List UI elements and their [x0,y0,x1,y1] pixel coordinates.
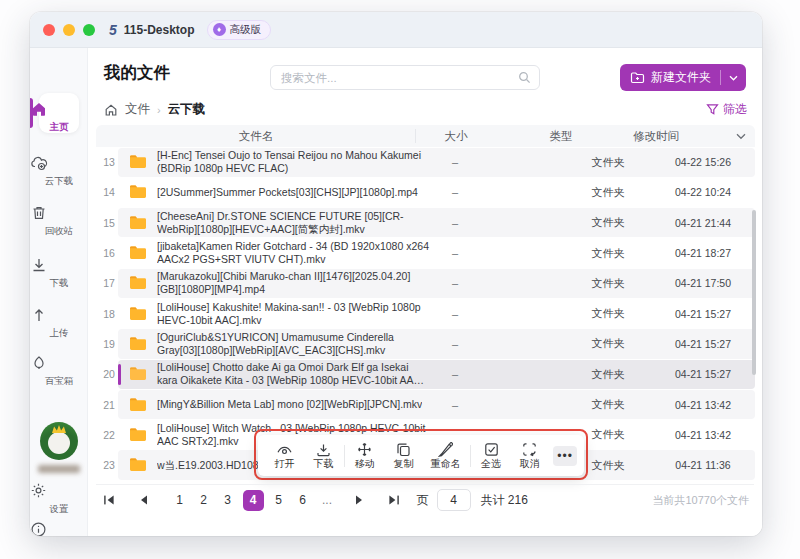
download-button[interactable]: 下载 [304,438,343,474]
file-size: – [415,148,495,177]
username-redacted [38,465,80,473]
more-actions-button[interactable]: ••• [553,446,577,466]
copy-button[interactable]: 复制 [384,438,423,474]
page-number[interactable]: 6 [294,490,312,511]
file-size: – [415,360,495,389]
app-title: 115-Desktop [124,23,195,37]
sidebar-item-home[interactable]: 主页 [30,100,88,134]
page-number[interactable]: 5 [270,490,288,511]
sidebar-item-cloud-download[interactable]: 云下载 [30,154,88,188]
table-row[interactable]: 16 [jibaketa]Kamen Rider Gotchard - 34 (… [96,238,755,268]
file-type: 文件夹 [568,269,648,298]
table-row[interactable]: 14 [2USummer]Summer Pockets[03][CHS][JP]… [96,177,755,207]
table-row[interactable]: 13 [H-Enc] Tensei Oujo to Tensai Reijou … [96,147,755,177]
column-header-name[interactable]: 文件名 [156,125,356,147]
sidebar-item-download[interactable]: 下载 [30,256,88,290]
folder-icon [129,275,146,290]
column-settings-chevron-icon[interactable] [733,125,749,140]
folder-icon [129,336,146,351]
rename-button[interactable]: 重命名 [423,438,469,474]
floating-action-bar: 打开 下载 [258,435,584,476]
toolbox-icon [30,354,88,372]
window-zoom-button[interactable] [83,24,95,36]
column-header-type[interactable]: 类型 [521,125,601,147]
table-row[interactable]: 21 [MingY&Billion Meta Lab] mono [02][We… [96,389,755,419]
table-row[interactable]: 18 [LoliHouse] Kakushite! Makina-san!! -… [96,298,755,328]
sidebar-item-label: 设置 [30,503,88,516]
folder-icon [129,245,146,260]
sidebar: 主页 云下载 回收站 [30,48,88,536]
file-name: [LoliHouse] Kakushite! Makina-san!! - 03… [157,301,431,327]
avatar-figure [48,432,70,454]
file-modified: 04-21 15:27 [651,299,755,328]
page-number[interactable]: 3 [219,490,237,511]
file-type: 文件夹 [568,360,648,389]
cloud-download-icon [30,154,88,172]
file-name: [CheeseAni] Dr.STONE SCIENCE FUTURE [05]… [157,210,431,236]
search-input[interactable] [281,72,518,84]
scrollbar-thumb[interactable] [752,210,756,375]
page-number[interactable]: 2 [195,490,213,511]
file-name: [MingY&Billion Meta Lab] mono [02][WebRi… [157,398,422,411]
table-row-selected[interactable]: 20 [LoliHouse] Chotto dake Ai ga Omoi Da… [96,359,755,389]
annotation-highlight-box: 打开 下载 [254,429,588,480]
move-button[interactable]: 移动 [345,438,384,474]
table-row[interactable]: 19 [OguriClub&S1YURICON] Umamusume Cinde… [96,329,755,359]
table-header: 文件名 大小 类型 修改时间 [96,125,755,147]
deselect-button[interactable]: 取消 [510,438,549,474]
sidebar-item-about[interactable]: 关于 [30,521,88,536]
file-size: – [415,208,495,237]
next-page-button[interactable] [350,490,368,511]
pencil-icon [438,442,453,457]
avatar[interactable] [40,422,78,460]
folder-icon [129,457,146,472]
first-page-button[interactable] [100,490,118,511]
window-close-button[interactable] [43,24,55,36]
table-row[interactable]: 15 [CheeseAni] Dr.STONE SCIENCE FUTURE [… [96,208,755,238]
sidebar-item-settings[interactable]: 设置 [30,482,88,516]
file-type: 文件夹 [568,299,648,328]
page-number[interactable]: 1 [171,490,189,511]
page-number-active[interactable]: 4 [243,490,264,511]
column-header-size[interactable]: 大小 [416,125,496,147]
file-name: [jibaketa]Kamen Rider Gotchard - 34 (BD … [157,240,431,266]
file-size: – [415,299,495,328]
page-input[interactable] [437,489,471,511]
file-name: [OguriClub&S1YURICON] Umamusume Cinderel… [157,331,431,357]
new-folder-dropdown-button[interactable] [721,75,746,81]
page-ellipsis: ... [318,490,336,511]
select-all-button[interactable]: 全选 [472,438,511,474]
sidebar-item-label: 下载 [30,277,88,290]
open-button[interactable]: 打开 [265,438,304,474]
sidebar-item-recycle-bin[interactable]: 回收站 [30,204,88,238]
window-minimize-button[interactable] [63,24,75,36]
file-modified: 04-21 21:44 [651,208,755,237]
prev-page-button[interactable] [135,490,153,511]
file-type: 文件夹 [568,329,648,358]
sidebar-item-label: 百宝箱 [30,375,88,388]
file-size: – [415,178,495,207]
filter-button[interactable]: 筛选 [706,101,747,118]
new-folder-button[interactable]: 新建文件夹 [620,69,720,86]
last-page-button[interactable] [385,490,403,511]
folder-icon [129,306,146,321]
breadcrumb-root[interactable]: 文件 [125,101,150,118]
table-row[interactable]: 17 [Marukazoku][Chibi Maruko-chan II][14… [96,268,755,298]
sidebar-item-label: 回收站 [30,225,88,238]
column-header-modified[interactable]: 修改时间 [606,125,706,147]
file-type: 文件夹 [568,208,648,237]
folder-plus-icon [630,71,645,84]
new-folder-button-group: 新建文件夹 [620,64,746,91]
file-name: [LoliHouse] Chotto dake Ai ga Omoi Dark … [157,361,431,387]
download-icon [30,256,88,274]
premium-badge[interactable]: ♦ 高级版 [207,20,272,40]
sidebar-item-upload[interactable]: 上传 [30,306,88,340]
funnel-icon [706,103,719,116]
file-name: [H-Enc] Tensei Oujo to Tensai Reijou no … [157,149,431,175]
filter-label: 筛选 [723,101,747,118]
sidebar-item-toolbox[interactable]: 百宝箱 [30,354,88,388]
file-modified: 04-21 13:42 [651,420,755,449]
breadcrumb-home-icon[interactable] [104,103,118,117]
file-type: 文件夹 [568,390,648,419]
content-pane: 我的文件 新建文件夹 [88,48,762,536]
